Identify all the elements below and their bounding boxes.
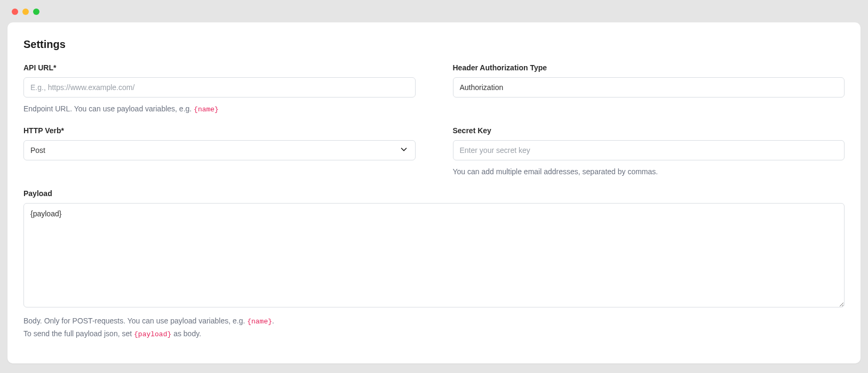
window: Settings API URL* Endpoint URL. You can … (0, 0, 868, 373)
api-url-helper-text: Endpoint URL. You can use payload variab… (23, 104, 194, 113)
http-verb-field: HTTP Verb* Post (23, 126, 416, 179)
payload-helper: Body. Only for POST-requests. You can us… (23, 315, 845, 340)
window-close-button[interactable] (12, 9, 18, 15)
payload-helper-line2: To send the full payload json, set {payl… (23, 328, 845, 340)
secret-key-input[interactable] (453, 140, 845, 160)
row-1: API URL* Endpoint URL. You can use paylo… (23, 63, 845, 116)
payload-helper-line1-suffix: . (272, 317, 274, 325)
api-url-helper: Endpoint URL. You can use payload variab… (23, 103, 416, 116)
row-2: HTTP Verb* Post Secret Key You can add m… (23, 126, 845, 179)
http-verb-select[interactable]: Post (23, 140, 416, 160)
secret-key-label: Secret Key (453, 126, 845, 135)
payload-textarea[interactable] (23, 203, 845, 307)
payload-label: Payload (23, 189, 845, 198)
header-auth-input[interactable] (453, 77, 845, 98)
settings-panel: Settings API URL* Endpoint URL. You can … (7, 22, 861, 363)
payload-helper-line1: Body. Only for POST-requests. You can us… (23, 315, 845, 328)
header-auth-field: Header Authorization Type (453, 63, 845, 116)
api-url-label: API URL* (23, 63, 416, 72)
page-title: Settings (23, 38, 845, 51)
api-url-helper-code: {name} (194, 106, 219, 113)
payload-helper-line1-code: {name} (247, 318, 272, 326)
http-verb-value: Post (24, 146, 415, 155)
payload-helper-line1-prefix: Body. Only for POST-requests. You can us… (23, 317, 247, 325)
secret-key-helper: You can add multiple email addresses, se… (453, 166, 845, 179)
payload-helper-line2-prefix: To send the full payload json, set (23, 329, 134, 338)
window-titlebar (4, 4, 864, 19)
http-verb-label: HTTP Verb* (23, 126, 416, 135)
payload-helper-line2-suffix: as body. (171, 329, 201, 338)
payload-helper-line2-code: {payload} (134, 330, 171, 338)
window-maximize-button[interactable] (33, 9, 39, 15)
header-auth-label: Header Authorization Type (453, 63, 845, 72)
window-minimize-button[interactable] (22, 9, 29, 15)
secret-key-field: Secret Key You can add multiple email ad… (453, 126, 845, 179)
api-url-field: API URL* Endpoint URL. You can use paylo… (23, 63, 416, 116)
api-url-input[interactable] (23, 77, 416, 98)
payload-field: Payload Body. Only for POST-requests. Yo… (23, 189, 845, 340)
